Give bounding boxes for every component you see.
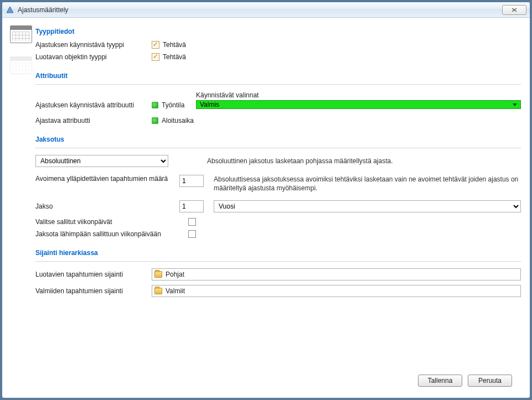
created-type-label: Luotavan objektin tyyppi: [35, 53, 152, 61]
trigger-type-label: Ajastuksen käynnistävä tyyppi: [35, 41, 152, 49]
weekdays-label: Valitse sallitut viikonpäivät: [35, 218, 188, 226]
cancel-button[interactable]: Peruuta: [468, 375, 512, 387]
chevron-down-icon: [513, 103, 517, 106]
folder-icon: [154, 288, 162, 294]
calendar-icon-ghost: [10, 56, 32, 74]
create-location-label: Luotavien tapahtumien sijainti: [35, 271, 152, 278]
section-period-title: Jaksotus: [35, 136, 521, 143]
period-mode-desc: Absoluuttinen jaksotus lasketaan pohjass…: [207, 157, 393, 165]
created-type-value: Tehtävä: [163, 53, 186, 61]
content-area: Tyyppitiedot Ajastuksen käynnistävä tyyp…: [2, 18, 530, 398]
section-location-title: Sijainti hierarkiassa: [35, 249, 521, 257]
trigger-type-value: Tehtävä: [163, 41, 186, 49]
nearest-weekday-checkbox[interactable]: [188, 230, 196, 238]
divider: [35, 84, 521, 85]
open-count-label: Avoimena ylläpidettävien tapahtumien mää…: [35, 175, 179, 183]
side-column: [2, 18, 35, 398]
section-type-title: Tyyppitiedot: [35, 28, 521, 35]
attribute-icon: [152, 117, 158, 124]
weekdays-checkbox[interactable]: [188, 218, 196, 226]
task-icon: [152, 41, 159, 49]
period-unit-select[interactable]: Vuosi: [214, 200, 521, 212]
trigger-attr-label: Ajastuksen käynnistävä attribuutti: [35, 101, 152, 109]
main-panel: Tyyppitiedot Ajastuksen käynnistävä tyyp…: [35, 18, 530, 398]
calendar-icon: [10, 25, 32, 43]
window-title: Ajastusmäärittely: [18, 6, 502, 14]
period-mode-select[interactable]: Absoluuttinen: [35, 155, 168, 167]
timing-attr-label: Ajastava attribuutti: [35, 117, 152, 124]
trigger-options-select[interactable]: Valmis: [196, 100, 521, 109]
period-num-input[interactable]: [179, 200, 204, 212]
trigger-options-value: Valmis: [200, 101, 219, 108]
save-button[interactable]: Tallenna: [418, 375, 462, 387]
timing-attr-value: Aloitusaika: [162, 117, 194, 124]
done-location-value: Valmiit: [166, 287, 185, 295]
dialog-window: Ajastusmäärittely Tyyppitiedot Ajastukse…: [2, 2, 530, 398]
open-count-desc: Absoluuttisessa jaksotuksessa avoimiksi …: [214, 175, 521, 193]
titlebar: Ajastusmäärittely: [2, 2, 530, 18]
attribute-icon: [152, 102, 158, 108]
footer: Tallenna Peruuta: [35, 369, 521, 392]
task-icon: [152, 53, 159, 61]
done-location-label: Valmiiden tapahtumien sijainti: [35, 287, 152, 295]
divider: [35, 148, 521, 148]
done-location-field[interactable]: Valmiit: [152, 285, 521, 297]
create-location-value: Pohjat: [166, 271, 184, 278]
create-location-field[interactable]: Pohjat: [152, 268, 521, 280]
app-icon: [6, 6, 14, 14]
divider: [35, 261, 521, 262]
nearest-weekday-label: Jaksota lähimpään sallittuun viikonpäivä…: [35, 230, 188, 238]
folder-icon: [154, 271, 162, 278]
svg-marker-0: [7, 7, 13, 13]
close-button[interactable]: [502, 5, 526, 15]
trigger-options-label: Käynnistävät valinnat: [196, 91, 521, 99]
trigger-attr-value: Työntila: [162, 101, 184, 109]
open-count-input[interactable]: [179, 175, 204, 187]
period-label: Jakso: [35, 202, 179, 210]
section-attributes-title: Attribuutit: [35, 72, 521, 80]
